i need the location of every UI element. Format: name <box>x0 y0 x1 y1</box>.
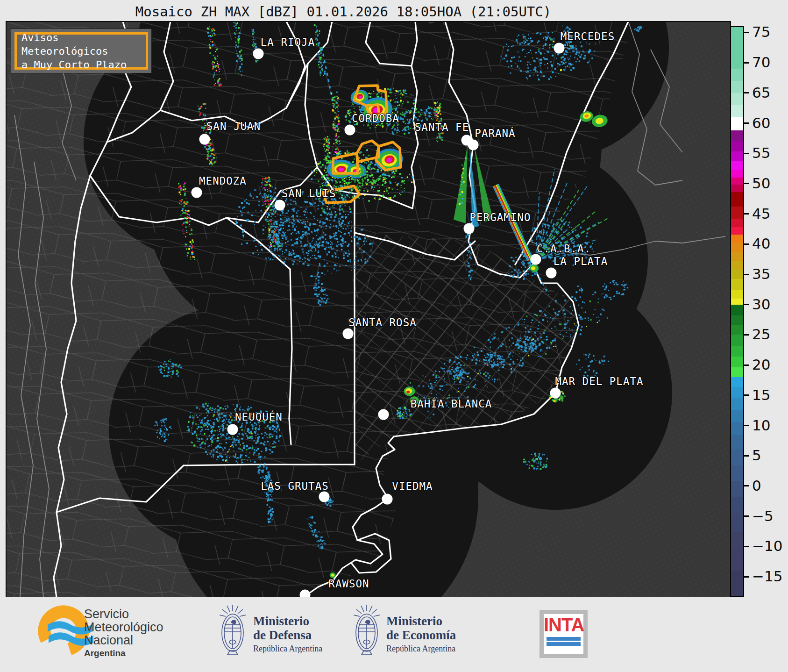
colorbar-segment <box>731 450 743 465</box>
colorbar-tick-mark <box>744 365 749 366</box>
colorbar-tick-mark <box>744 425 749 426</box>
city-label: RAWSON <box>328 578 369 590</box>
colorbar-segment <box>731 398 743 410</box>
colorbar-tick-label: −10 <box>752 537 788 554</box>
city-label: LA RIOJA <box>261 36 315 48</box>
colorbar-tick-mark <box>744 485 749 486</box>
colorbar-tick-label: −5 <box>752 508 788 524</box>
warning-legend-border: Avisos Meteorológicos a Muy Corto Plazo <box>14 32 148 70</box>
economia-name1: Ministerio <box>386 614 456 628</box>
colorbar-segment <box>731 170 743 178</box>
colorbar-tick-label: 30 <box>752 296 788 313</box>
colorbar-tick-label: 0 <box>752 477 788 494</box>
city-label: SANTA FE <box>415 121 469 133</box>
colorbar-segment <box>731 81 743 93</box>
city-label: MENDOZA <box>199 175 247 187</box>
colorbar-segment <box>731 465 743 481</box>
colorbar-segment <box>731 69 743 81</box>
defensa-sub: República Argentina <box>253 644 322 654</box>
colorbar-tick-label: 15 <box>752 386 788 403</box>
radar-map: LA RIOJAMERCEDESSAN JUANCÓRDOBASANTA FEP… <box>6 21 731 597</box>
colorbar-tick-mark <box>744 92 749 93</box>
colorbar-tick-label: 60 <box>752 114 788 131</box>
colorbar-segment <box>731 219 743 227</box>
echo-ce <box>330 572 336 578</box>
colorbar-segment <box>731 178 743 185</box>
colorbar-tick-mark <box>744 515 749 517</box>
colorbar-tick-label: 25 <box>752 326 788 343</box>
colorbar-segment <box>731 410 743 422</box>
defensa-crest-icon <box>219 601 248 663</box>
colorbar-tick-mark <box>744 334 749 336</box>
colorbar-tick-label: 35 <box>752 265 788 282</box>
inta-bar-1 <box>547 637 581 641</box>
inta-logo: INTA <box>540 610 588 658</box>
colorbar-segment <box>731 346 743 357</box>
warning-legend-line2: a Muy Corto Plazo <box>21 58 146 71</box>
city-dot <box>253 49 264 59</box>
colorbar-tick-mark <box>744 183 749 184</box>
city-dot <box>378 409 389 420</box>
colorbar-tick-label: −15 <box>752 568 788 585</box>
colorbar-segment <box>731 270 743 279</box>
inta-logo-inner: INTA <box>544 614 583 654</box>
warning-legend-line1: Avisos Meteorológicos <box>21 31 146 58</box>
colorbar-tick-mark <box>744 576 749 578</box>
colorbar-tick-label: 55 <box>752 144 788 161</box>
colorbar-segment <box>731 315 743 325</box>
colorbar-tick-mark <box>744 62 749 64</box>
colorbar-segment <box>731 243 743 253</box>
city-label: BAHÍA BLANCA <box>411 397 492 410</box>
colorbar-segment <box>731 235 743 243</box>
city-dot <box>546 268 557 279</box>
city-label: PARANÁ <box>475 127 515 139</box>
inta-bar-2 <box>547 642 581 646</box>
colorbar-tick-mark <box>744 153 749 154</box>
colorbar-segment <box>731 105 743 117</box>
colorbar-tick-mark <box>744 274 749 275</box>
city-label: SAN JUAN <box>206 120 261 132</box>
radar-product-page: Mosaico ZH MAX [dBZ] 01.01.2026 18:05HOA… <box>0 0 788 672</box>
colorbar-segment <box>731 325 743 335</box>
city-label: CÓRDOBA <box>352 112 399 124</box>
colorbar-segment <box>731 207 743 219</box>
echo-ce <box>404 386 415 396</box>
colorbar-tick-label: 5 <box>752 447 788 464</box>
city-dot <box>382 494 393 505</box>
city-dot <box>531 254 541 265</box>
smn-country: Argentina <box>84 648 163 658</box>
city-label: MERCEDES <box>561 30 615 43</box>
smn-line1: Servicio <box>84 608 163 621</box>
colorbar-segment <box>731 367 743 377</box>
colorbar-segment <box>731 130 743 141</box>
warning-legend-box: Avisos Meteorológicos a Muy Corto Plazo <box>11 29 152 73</box>
colorbar-segment <box>731 27 743 69</box>
colorbar-segment <box>731 377 743 387</box>
colorbar-tick-label: 50 <box>752 175 788 192</box>
inta-label: INTA <box>544 614 583 636</box>
colorbar-tick-label: 40 <box>752 235 788 252</box>
colorbar-segment <box>731 93 743 105</box>
colorbar-segment <box>731 252 743 261</box>
economia-logo-text: Ministerio de Economía República Argenti… <box>386 614 456 654</box>
smn-line2: Meteorológico <box>84 621 163 634</box>
colorbar-segment <box>731 117 743 130</box>
colorbar-segment <box>731 532 743 549</box>
colorbar-tick-mark <box>744 122 749 124</box>
colorbar-tick-label: 75 <box>752 23 788 40</box>
city-dot <box>199 134 210 145</box>
colorbar-segment <box>731 227 743 235</box>
city-dot <box>345 125 355 136</box>
smn-line3: Nacional <box>84 634 163 647</box>
city-dot <box>192 187 202 198</box>
city-dot <box>468 140 479 150</box>
defensa-logo-text: Ministerio de Defensa República Argentin… <box>253 614 322 654</box>
colorbar-segment <box>731 387 743 398</box>
economia-name2: de Economía <box>386 628 456 642</box>
colorbar-segment <box>731 549 743 571</box>
colorbar-tick-mark <box>744 394 749 396</box>
colorbar-segment <box>731 497 743 514</box>
smn-logo-text: Servicio Meteorológico Nacional Argentin… <box>84 608 163 658</box>
colorbar-segment <box>731 514 743 532</box>
colorbar-tick-label: 10 <box>752 417 788 434</box>
